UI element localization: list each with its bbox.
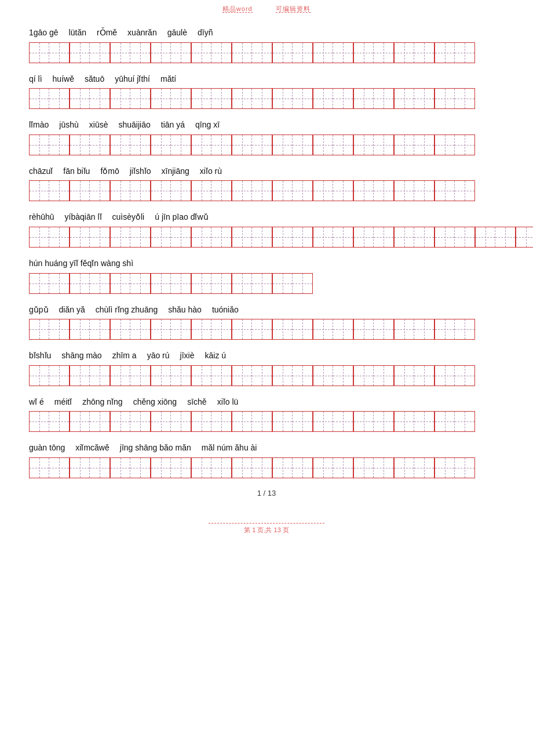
grid-cell	[171, 135, 191, 155]
grid-cell	[70, 319, 90, 339]
grid-cell	[374, 366, 393, 386]
grid-cell	[30, 458, 49, 478]
grid-cell	[414, 43, 434, 63]
grid-cell	[111, 89, 130, 108]
grid-cell	[435, 89, 455, 108]
writing-grid-4	[29, 180, 475, 201]
pinyin-item: shāng mào	[61, 350, 101, 362]
grid-cell	[252, 319, 272, 339]
grid-cell	[374, 43, 393, 63]
row-group-5: rèhūhū yíbàqiān lǐ cuìsèyǒli ú jīn pīao …	[29, 212, 504, 250]
grid-cell	[333, 319, 353, 339]
grid-cell	[90, 458, 109, 478]
grid-cell	[455, 181, 474, 201]
grid-cell	[374, 135, 393, 155]
grid-cell	[273, 319, 293, 339]
grid-cell	[211, 89, 231, 108]
grid-cell	[333, 366, 353, 386]
pinyin-item: bǐshǐu	[29, 350, 51, 362]
grid-cell	[252, 458, 272, 478]
page-header: 精品word 可编辑资料	[0, 0, 533, 16]
grid-cell	[130, 43, 150, 63]
pinyin-row-3: lǐmào jūshù xiūsè shuāijiāo tiān yá qīng…	[29, 119, 504, 131]
grid-cell	[111, 458, 130, 478]
grid-cell	[49, 412, 69, 431]
grid-cell	[354, 319, 374, 339]
grid-cell	[192, 89, 211, 108]
grid-cell	[151, 458, 171, 478]
grid-cell	[30, 135, 49, 155]
writing-grid-2	[29, 88, 475, 109]
grid-cell	[252, 135, 272, 155]
pinyin-item: fǒmō	[100, 166, 119, 177]
grid-cell	[395, 366, 414, 386]
pinyin-item: tuóniăo	[212, 304, 239, 316]
pinyin-item: zhōng nǐng	[82, 397, 122, 408]
grid-cell	[49, 181, 69, 201]
grid-cell	[171, 43, 191, 63]
grid-cell	[30, 43, 49, 63]
grid-cell	[476, 227, 495, 247]
grid-cell	[354, 227, 374, 247]
grid-cell	[211, 181, 231, 201]
pinyin-item: xiǐo lü	[217, 397, 239, 408]
grid-cell	[49, 274, 69, 293]
grid-cell	[90, 43, 109, 63]
pinyin-item: rǑmě	[97, 27, 117, 39]
grid-cell	[232, 135, 252, 155]
grid-cell	[70, 458, 90, 478]
pinyin-item: chěng xiōng	[133, 397, 177, 408]
pinyin-row-7: gǔpǔ diăn yă chùlì rǐng zhuāng shău hào …	[29, 304, 504, 316]
grid-cell	[130, 181, 150, 201]
grid-cell	[192, 227, 211, 247]
grid-cell	[354, 458, 374, 478]
grid-cell	[293, 89, 312, 108]
pinyin-item: gǔpǔ	[29, 304, 49, 316]
grid-cell	[395, 227, 414, 247]
grid-cell	[455, 43, 474, 63]
grid-cell	[171, 227, 191, 247]
grid-cell	[90, 181, 109, 201]
grid-cell	[151, 135, 171, 155]
pinyin-item: sătuō	[85, 74, 104, 85]
pinyin-item: xuànrăn	[127, 27, 157, 39]
writing-grid-6	[29, 273, 313, 294]
pinyin-item: chāzuǐ	[29, 166, 53, 177]
grid-cell	[90, 274, 109, 293]
grid-cell	[333, 89, 353, 108]
grid-cell	[30, 227, 49, 247]
writing-grid-5	[29, 227, 533, 248]
grid-cell	[232, 181, 252, 201]
pinyin-item: mătí	[160, 74, 176, 85]
row-group-9: wǐ é méitǐ zhōng nǐng chěng xiōng sīchě …	[29, 397, 504, 435]
row-group-7: gǔpǔ diăn yă chùlì rǐng zhuāng shău hào …	[29, 304, 504, 343]
grid-cell	[435, 366, 455, 386]
grid-cell	[293, 412, 312, 431]
grid-cell	[293, 227, 312, 247]
grid-cell	[171, 366, 191, 386]
grid-cell	[192, 274, 211, 293]
grid-cell	[192, 412, 211, 431]
pinyin-item: kāiz ú	[205, 350, 226, 362]
grid-cell	[232, 366, 252, 386]
grid-cell	[252, 274, 272, 293]
grid-cell	[435, 135, 455, 155]
pinyin-item: chùlì rǐng zhuāng	[96, 304, 158, 316]
grid-cell	[273, 227, 293, 247]
pinyin-item: jūshù	[59, 119, 78, 131]
grid-cell	[151, 43, 171, 63]
grid-cell	[435, 227, 455, 247]
grid-cell	[252, 43, 272, 63]
grid-cell	[395, 89, 414, 108]
grid-cell	[273, 43, 293, 63]
footer-bottom: 第 1 页,共 13 页	[209, 523, 324, 535]
grid-cell	[90, 366, 109, 386]
row-group-6: hún huáng yīǐ fěqǐn wàng shì	[29, 258, 504, 296]
grid-cell	[211, 43, 231, 63]
pinyin-item: jīxiè	[180, 350, 195, 362]
pinyin-row-10: guàn tōng xiǐmcăwě jīng shāng băo măn mă…	[29, 442, 504, 454]
grid-cell	[90, 412, 109, 431]
grid-cell	[313, 135, 333, 155]
pinyin-item: jiǐshǐo	[130, 166, 151, 177]
grid-cell	[130, 366, 150, 386]
